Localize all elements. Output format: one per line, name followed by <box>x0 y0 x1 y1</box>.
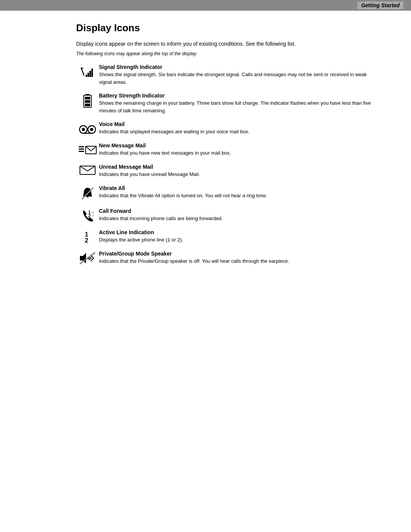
page-title: Display Icons <box>76 22 381 34</box>
icon-list: Signal Strength Indicator Shows the sign… <box>76 64 381 265</box>
svg-text:2: 2 <box>85 237 88 244</box>
svg-rect-11 <box>85 104 90 106</box>
signal-strength-desc: Shows the signal strength. Six bars indi… <box>99 71 381 86</box>
battery-strength-icon <box>76 93 99 109</box>
battery-strength-desc: Shows the remaining charge in your batte… <box>99 99 381 114</box>
signal-strength-icon <box>76 64 99 78</box>
unread-message-mail-title: Unread Message Mail <box>99 164 381 170</box>
svg-rect-5 <box>89 71 91 77</box>
call-forward-text: Call Forward Indicates that incoming pho… <box>99 208 381 222</box>
private-group-title: Private/Group Mode Speaker <box>99 251 381 257</box>
vibrate-all-text: Vibrate All Indicates that the Vibrate A… <box>99 185 381 200</box>
list-item: New Message Mail Indicates that you have… <box>76 142 381 157</box>
active-line-text: Active Line Indication Displays the acti… <box>99 229 381 244</box>
caption-text: The following icons may appear along the… <box>76 51 381 56</box>
call-forward-title: Call Forward <box>99 208 381 214</box>
list-item: Signal Strength Indicator Shows the sign… <box>76 64 381 86</box>
private-group-desc: Indicates that the Private/Group speaker… <box>99 257 381 265</box>
list-item: Voice Mail Indicates that unplayed messa… <box>76 121 381 136</box>
list-item: 1→ 2→ Call Forward Indicates that incomi… <box>76 208 381 222</box>
svg-text:1: 1 <box>85 231 88 238</box>
svg-rect-4 <box>88 73 89 77</box>
header-title: Getting Started <box>357 2 403 9</box>
svg-rect-10 <box>85 100 90 103</box>
voice-mail-icon <box>76 121 99 136</box>
battery-strength-text: Battery Strength Indicator Shows the rem… <box>99 93 381 114</box>
new-message-mail-text: New Message Mail Indicates that you have… <box>99 142 381 157</box>
active-line-icon: 1 2 <box>76 229 99 244</box>
active-line-desc: Displays the active phone line (1 or 2). <box>99 236 381 244</box>
voice-mail-desc: Indicates that unplayed messages are wai… <box>99 128 381 136</box>
new-message-mail-desc: Indicates that you have new text message… <box>99 149 381 157</box>
list-item: Unread Message Mail Indicates that you h… <box>76 164 381 178</box>
signal-strength-text: Signal Strength Indicator Shows the sign… <box>99 64 381 86</box>
svg-point-15 <box>90 128 93 131</box>
svg-text:2→: 2→ <box>88 213 95 218</box>
list-item: Private/Group Mode Speaker Indicates tha… <box>76 251 381 265</box>
svg-rect-3 <box>86 75 87 77</box>
page: Getting Started Display Icons Display ic… <box>0 0 411 532</box>
svg-rect-18 <box>79 149 84 150</box>
svg-rect-6 <box>91 69 93 77</box>
voice-mail-text: Voice Mail Indicates that unplayed messa… <box>99 121 381 136</box>
svg-rect-19 <box>79 151 84 152</box>
vibrate-all-title: Vibrate All <box>99 185 381 191</box>
svg-rect-8 <box>86 94 89 96</box>
signal-strength-title: Signal Strength Indicator <box>99 64 381 70</box>
unread-message-mail-icon <box>76 164 99 176</box>
unread-message-mail-desc: Indicates that you have unread Message M… <box>99 171 381 178</box>
private-group-text: Private/Group Mode Speaker Indicates tha… <box>99 251 381 265</box>
svg-rect-17 <box>79 146 84 147</box>
battery-strength-title: Battery Strength Indicator <box>99 93 381 99</box>
list-item: Vibrate All Indicates that the Vibrate A… <box>76 185 381 201</box>
new-message-mail-title: New Message Mail <box>99 142 381 149</box>
call-forward-icon: 1→ 2→ <box>76 208 99 222</box>
new-message-mail-icon <box>76 142 99 157</box>
call-forward-desc: Indicates that incoming phone calls are … <box>99 215 381 222</box>
voice-mail-title: Voice Mail <box>99 121 381 127</box>
svg-rect-9 <box>85 97 90 99</box>
active-line-title: Active Line Indication <box>99 229 381 235</box>
svg-rect-28 <box>80 256 83 260</box>
unread-message-mail-text: Unread Message Mail Indicates that you h… <box>99 164 381 178</box>
header-bar: Getting Started <box>0 0 411 11</box>
main-content: Display Icons Display icons appear on th… <box>0 11 411 287</box>
intro-text: Display icons appear on the screen to in… <box>76 40 381 48</box>
list-item: 1 2 Active Line Indication Displays the … <box>76 229 381 244</box>
vibrate-all-icon <box>76 185 99 201</box>
vibrate-all-desc: Indicates that the Vibrate All option is… <box>99 192 381 200</box>
svg-point-13 <box>82 128 85 131</box>
list-item: Battery Strength Indicator Shows the rem… <box>76 93 381 114</box>
private-group-icon <box>76 251 99 265</box>
